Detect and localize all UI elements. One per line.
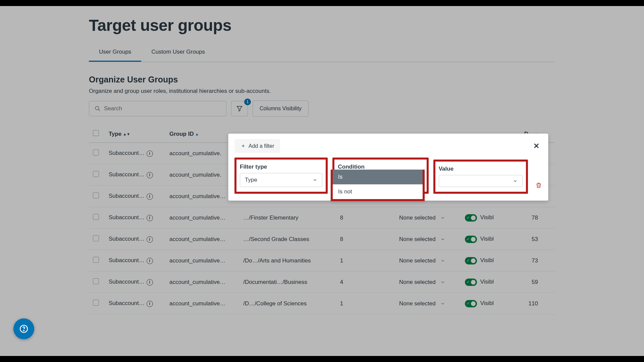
cell-type: Subaccount…i <box>109 300 169 307</box>
value-label: Value <box>439 166 523 172</box>
sort-icon: ▲▼ <box>123 132 130 136</box>
tab-user-groups[interactable]: User Groups <box>89 44 141 62</box>
columns-visibility-button[interactable]: Columns Visibility <box>253 101 309 117</box>
cell-type: Subaccount…i <box>109 193 169 199</box>
svg-point-3 <box>23 330 24 331</box>
table-row: Subaccount…i account_cumulative… /Docume… <box>89 272 555 293</box>
cell-path: …/Finster Elementary <box>243 215 340 221</box>
cell-type: Subaccount…i <box>109 150 169 157</box>
search-icon <box>95 106 101 112</box>
cell-count: 1 <box>340 257 399 264</box>
row-checkbox[interactable] <box>93 192 99 198</box>
value-select[interactable] <box>439 175 523 187</box>
chevron-down-icon <box>440 280 445 285</box>
cell-type: Subaccount…i <box>109 257 169 264</box>
info-icon[interactable]: i <box>147 236 153 243</box>
filter-type-field: Filter type Type <box>234 158 328 194</box>
labels-select[interactable]: None selected <box>399 236 465 243</box>
visibility-label: Visibl <box>480 214 494 221</box>
labels-select[interactable]: None selected <box>399 300 465 307</box>
cell-group-id: account_cumulative… <box>169 300 243 307</box>
delete-filter-button[interactable] <box>535 182 542 194</box>
cell-path: …/Second Grade Classes <box>243 236 340 243</box>
condition-dropdown: Is Is not <box>331 170 425 201</box>
info-icon[interactable]: i <box>147 150 153 157</box>
filter-type-select[interactable]: Type <box>240 173 322 187</box>
table-row: Subaccount…i account_cumulative… …/Finst… <box>89 207 555 229</box>
table-row: Subaccount…i account_cumulative… …/Secon… <box>89 229 555 250</box>
help-fab[interactable] <box>13 318 34 339</box>
chevron-down-icon <box>313 178 317 182</box>
plus-icon: ＋ <box>240 142 246 149</box>
visibility-toggle[interactable]: ✓ <box>465 300 477 307</box>
select-all-checkbox[interactable] <box>93 130 99 136</box>
chevron-down-icon <box>440 258 445 263</box>
value-field: Value <box>433 160 528 194</box>
info-icon[interactable]: i <box>147 279 153 286</box>
table-row: Subaccount…i account_cumulative… /D…/Col… <box>89 293 555 314</box>
add-filter-button[interactable]: ＋ Add a filter <box>234 139 280 153</box>
chevron-down-icon <box>440 216 445 220</box>
filter-badge: 1 <box>244 99 251 105</box>
visibility-label: Visibl <box>480 300 494 306</box>
tabs: User Groups Custom User Groups <box>89 44 555 62</box>
cell-num: 53 <box>513 236 542 243</box>
cell-group-id: account_cumulative… <box>169 279 243 286</box>
labels-select[interactable]: None selected <box>399 215 465 221</box>
cell-count: 1 <box>340 300 399 307</box>
sort-asc-icon: ▲ <box>195 132 199 136</box>
info-icon[interactable]: i <box>147 172 153 178</box>
cell-type: Subaccount…i <box>109 214 169 221</box>
header-type[interactable]: Type▲▼ <box>109 131 169 137</box>
condition-label: Condition <box>338 164 423 170</box>
labels-select[interactable]: None selected <box>399 279 465 286</box>
cell-count: 8 <box>340 215 399 221</box>
search-input-wrap[interactable] <box>89 101 226 116</box>
search-input[interactable] <box>104 105 221 112</box>
tab-custom-user-groups[interactable]: Custom User Groups <box>141 44 215 62</box>
cell-type: Subaccount…i <box>109 171 169 178</box>
chevron-down-icon <box>513 179 518 183</box>
cell-num: 78 <box>513 215 542 221</box>
visibility-toggle[interactable]: ✓ <box>465 279 477 286</box>
row-checkbox[interactable] <box>93 300 99 306</box>
cell-group-id: account_cumulative… <box>169 215 243 221</box>
cell-num: 73 <box>513 257 542 264</box>
option-is[interactable]: Is <box>333 170 423 184</box>
cell-path: /Do…/Arts and Humanities <box>243 257 340 264</box>
cell-num: 110 <box>513 300 542 307</box>
cell-group-id: account_cumulative… <box>169 257 243 264</box>
cell-count: 8 <box>340 236 399 243</box>
visibility-label: Visibl <box>480 257 494 263</box>
table-row: Subaccount…i account_cumulative… /Do…/Ar… <box>89 250 555 272</box>
section-title: Organize User Groups <box>89 75 555 84</box>
visibility-toggle[interactable]: ✓ <box>465 214 477 222</box>
svg-point-0 <box>95 106 99 110</box>
option-is-not[interactable]: Is not <box>333 184 423 199</box>
row-checkbox[interactable] <box>93 171 99 177</box>
cell-group-id: account_cumulative… <box>169 236 243 243</box>
row-checkbox[interactable] <box>93 149 99 156</box>
visibility-toggle[interactable]: ✓ <box>465 236 477 243</box>
labels-select[interactable]: None selected <box>399 257 465 264</box>
row-checkbox[interactable] <box>93 214 99 220</box>
info-icon[interactable]: i <box>147 193 153 200</box>
row-checkbox[interactable] <box>93 235 99 241</box>
filter-button[interactable]: 1 <box>231 101 248 116</box>
row-checkbox[interactable] <box>93 257 99 263</box>
row-checkbox[interactable] <box>93 278 99 284</box>
info-icon[interactable]: i <box>147 215 153 221</box>
info-icon[interactable]: i <box>147 301 153 307</box>
chevron-down-icon <box>440 237 445 242</box>
cell-count: 4 <box>340 279 399 286</box>
close-icon[interactable]: ✕ <box>531 140 542 152</box>
cell-type: Subaccount…i <box>109 236 169 242</box>
filter-type-label: Filter type <box>240 164 322 170</box>
info-icon[interactable]: i <box>147 258 153 264</box>
visibility-toggle[interactable]: ✓ <box>465 257 477 264</box>
visibility-label: Visibl <box>480 236 494 242</box>
visibility-label: Visibl <box>480 279 494 285</box>
funnel-icon <box>236 105 243 112</box>
chevron-down-icon <box>440 301 445 306</box>
cell-path: /Documentati…/Business <box>243 279 340 286</box>
